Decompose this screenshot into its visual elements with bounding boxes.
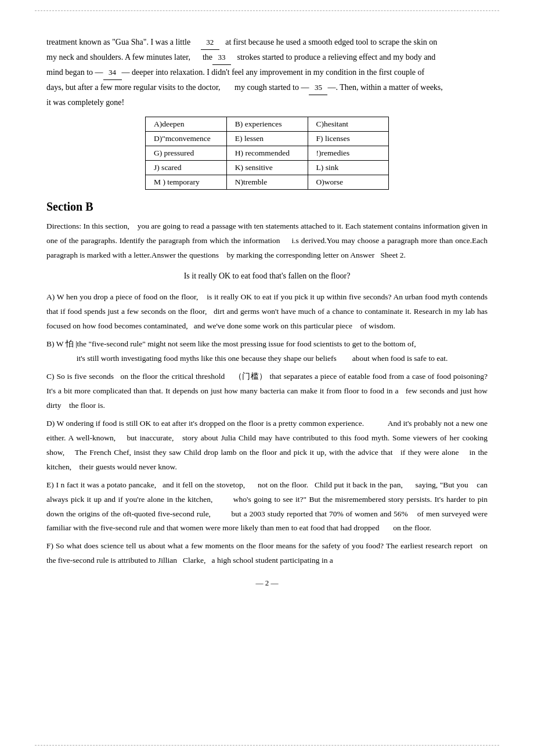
page-number: — 2 —: [46, 578, 488, 588]
bottom-border: [35, 745, 499, 746]
paragraph-b-text2: it's still worth investigating food myth…: [46, 354, 448, 363]
paragraph-c: C) So is five seconds on the floor the c…: [46, 370, 488, 413]
paragraph-d-text: W ondering if food is still OK to eat af…: [46, 419, 488, 471]
paragraph-c-text: So is five seconds on the floor the crit…: [46, 372, 488, 410]
line1-text: treatment known as "Gua Sha". I was a li…: [46, 38, 190, 46]
table-cell: L) sink: [308, 161, 388, 175]
line2b-text: strokes started to produce a relieving e…: [237, 53, 436, 62]
section-b-title: Section B: [46, 200, 488, 214]
table-cell: F) licenses: [308, 132, 388, 146]
table-row: A)deepen B) experiences C)hesitant: [146, 117, 389, 132]
line4b-text: —. Then, within a matter of weeks,: [327, 83, 442, 92]
blank-32: 32: [201, 35, 219, 50]
blank-34: 34: [103, 66, 122, 80]
table-row: M ) temporary N)tremble O)worse: [146, 175, 389, 190]
paragraph-d-label: D): [46, 419, 56, 428]
paragraph-f-text: So what does science tell us about what …: [46, 541, 488, 565]
paragraph-f-label: F): [46, 541, 56, 550]
table-cell: E) lessen: [226, 132, 308, 146]
paragraph-d: D) W ondering if food is still OK to eat…: [46, 417, 488, 475]
table-cell: J) scared: [146, 161, 227, 175]
table-row: D)"mconvemence E) lessen F) licenses: [146, 132, 389, 146]
paragraph-f: F) So what does science tell us about wh…: [46, 539, 488, 568]
paragraph-a-label: A): [46, 292, 57, 301]
passage-text: treatment known as "Gua Sha". I was a li…: [46, 35, 488, 110]
line3c-text: — deeper into relaxation. I didn't feel …: [122, 68, 425, 77]
table-cell: !)remedies: [308, 146, 388, 161]
paragraph-e-label: E): [46, 480, 56, 489]
table-row: G) pressured H) recommended !)remedies: [146, 146, 389, 161]
paragraph-b-label: B): [46, 339, 55, 348]
directions-text: Directions: In this section, you are goi…: [46, 219, 488, 263]
my-cough-text: my cough started to —: [234, 83, 309, 92]
paragraph-c-label: C): [46, 372, 56, 381]
question-title: Is it really OK to eat food that's falle…: [46, 269, 488, 284]
table-cell: A)deepen: [146, 117, 227, 132]
blank-33: 33: [212, 50, 231, 65]
line4a-text: days, but after a few more regular visit…: [46, 83, 221, 92]
blank-35: 35: [309, 81, 327, 95]
the-text: the: [203, 53, 212, 62]
table-cell: D)"mconvemence: [146, 132, 227, 146]
line1b-text: at first because he used a smooth edged …: [225, 38, 437, 46]
paragraph-a-text: W hen you drop a piece of food on the fl…: [46, 292, 488, 330]
table-cell: B) experiences: [226, 117, 308, 132]
table-cell: N)tremble: [226, 175, 308, 190]
table-cell: O)worse: [308, 175, 388, 190]
page: treatment known as "Gua Sha". I was a li…: [0, 0, 534, 756]
table-cell: C)hesitant: [308, 117, 388, 132]
line5-text: it was completely gone!: [46, 98, 124, 107]
paragraph-b-text: W 怕 |the "five-second rule" might not se…: [56, 339, 416, 348]
directions-content: Directions: In this section, you are goi…: [46, 222, 488, 259]
line2a-text: my neck and shoulders. A few minutes lat…: [46, 53, 190, 62]
table-cell: G) pressured: [146, 146, 227, 161]
table-cell: H) recommended: [226, 146, 308, 161]
paragraph-e: E) I n fact it was a potato pancake, and…: [46, 478, 488, 536]
paragraph-e-text: I n fact it was a potato pancake, and it…: [46, 480, 488, 533]
table-cell: M ) temporary: [146, 175, 227, 190]
line3a-text: mind began to —: [46, 68, 103, 77]
paragraph-b: B) W 怕 |the "five-second rule" might not…: [46, 337, 488, 366]
table-row: J) scared K) sensitive L) sink: [146, 161, 389, 175]
answer-table: A)deepen B) experiences C)hesitant D)"mc…: [145, 117, 389, 190]
table-cell: K) sensitive: [226, 161, 308, 175]
top-border: [35, 10, 499, 11]
paragraph-a: A) W hen you drop a piece of food on the…: [46, 290, 488, 334]
